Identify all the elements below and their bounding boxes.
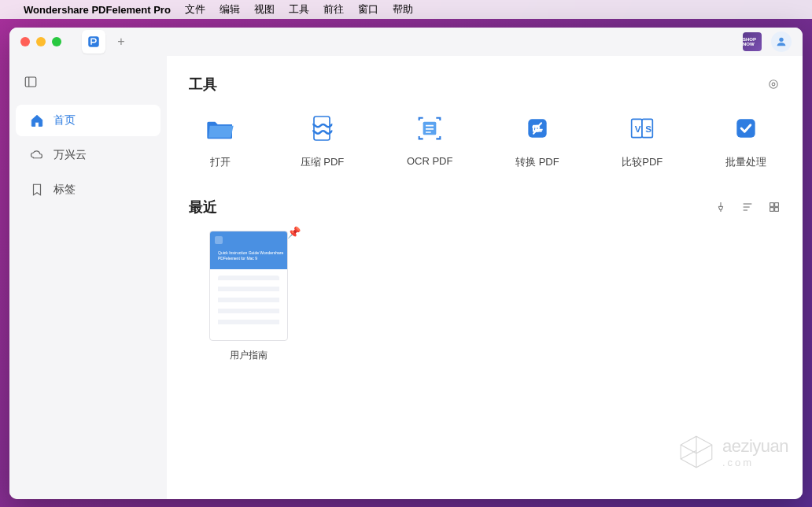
cloud-icon bbox=[30, 148, 44, 162]
watermark: aeziyuan .com bbox=[675, 428, 788, 476]
home-icon bbox=[30, 113, 44, 128]
user-avatar[interactable] bbox=[771, 31, 792, 52]
watermark-logo-icon bbox=[675, 428, 718, 476]
svg-rect-22 bbox=[770, 208, 774, 212]
compare-icon: VS bbox=[625, 111, 659, 146]
minimize-button[interactable] bbox=[36, 37, 46, 46]
tool-label: 打开 bbox=[210, 155, 231, 169]
svg-point-1 bbox=[779, 38, 783, 42]
menu-edit[interactable]: 编辑 bbox=[220, 2, 240, 17]
svg-text:S: S bbox=[645, 124, 651, 134]
recent-section-header: 最近 bbox=[189, 198, 781, 216]
svg-text:V: V bbox=[635, 124, 641, 134]
svg-rect-20 bbox=[770, 203, 774, 207]
traffic-lights bbox=[20, 37, 61, 46]
svg-rect-21 bbox=[775, 203, 779, 207]
bookmark-icon bbox=[30, 183, 44, 197]
menu-file[interactable]: 文件 bbox=[185, 2, 205, 17]
sidebar-item-home[interactable]: 首页 bbox=[16, 105, 161, 136]
svg-rect-16 bbox=[736, 119, 755, 137]
tab-strip: + bbox=[82, 30, 131, 54]
compress-icon bbox=[304, 111, 339, 146]
menu-window[interactable]: 窗口 bbox=[358, 2, 378, 17]
recent-title: 最近 bbox=[189, 198, 217, 216]
tool-label: 压缩 PDF bbox=[301, 155, 345, 169]
shop-now-badge[interactable]: SHOP NOW bbox=[743, 32, 762, 51]
watermark-text: aeziyuan .com bbox=[722, 436, 788, 468]
document-thumbnail: Quick Instruction Guide Wondershare PDFe… bbox=[209, 231, 288, 341]
svg-rect-23 bbox=[775, 208, 779, 212]
sidebar-item-label: 首页 bbox=[54, 113, 76, 128]
user-icon bbox=[775, 35, 788, 48]
recent-document[interactable]: 📌 Quick Instruction Guide Wondershare PD… bbox=[206, 231, 291, 362]
folder-open-icon bbox=[203, 111, 238, 146]
tool-convert[interactable]: 转换 PDF bbox=[515, 111, 559, 169]
tool-open[interactable]: 打开 bbox=[203, 111, 238, 169]
tool-label: 转换 PDF bbox=[515, 155, 559, 169]
grid-view-icon[interactable] bbox=[768, 201, 781, 213]
tool-label: OCR PDF bbox=[407, 155, 453, 167]
watermark-brand: aeziyuan bbox=[722, 436, 788, 456]
tools-settings-icon[interactable] bbox=[766, 77, 781, 91]
menu-view[interactable]: 视图 bbox=[254, 2, 275, 17]
tool-label: 批量处理 bbox=[725, 155, 766, 169]
sidebar-toggle-button[interactable] bbox=[9, 70, 167, 103]
thumb-title-text: Quick Instruction Guide Wondershare PDFe… bbox=[218, 250, 287, 261]
menu-help[interactable]: 帮助 bbox=[393, 2, 413, 17]
batch-icon bbox=[729, 111, 763, 146]
ocr-icon bbox=[412, 111, 447, 146]
tool-label: 比较PDF bbox=[622, 155, 663, 169]
svg-rect-11 bbox=[528, 119, 546, 137]
svg-rect-6 bbox=[314, 117, 330, 140]
watermark-suffix: .com bbox=[722, 457, 788, 468]
pin-icon[interactable]: 📌 bbox=[287, 226, 301, 239]
sidebar-item-bookmarks[interactable]: 标签 bbox=[16, 174, 161, 205]
main-content: 工具 打开 压缩 PDF OCR PDF bbox=[167, 28, 803, 499]
tools-title: 工具 bbox=[189, 75, 217, 94]
app-window: + SHOP NOW 首页 万兴云 标签 工具 bbox=[9, 28, 803, 499]
tool-batch[interactable]: 批量处理 bbox=[725, 111, 766, 169]
tools-grid: 打开 压缩 PDF OCR PDF 转换 PDF bbox=[189, 108, 781, 193]
pdfelement-logo-icon bbox=[87, 35, 101, 49]
sidebar-item-label: 万兴云 bbox=[54, 148, 87, 162]
sort-icon[interactable] bbox=[741, 201, 754, 213]
maximize-button[interactable] bbox=[52, 37, 61, 46]
sidebar-collapse-icon bbox=[24, 75, 38, 89]
pin-filter-icon[interactable] bbox=[714, 201, 727, 213]
home-tab[interactable] bbox=[82, 30, 105, 54]
convert-icon bbox=[520, 111, 555, 146]
svg-rect-2 bbox=[25, 77, 36, 87]
tool-compare[interactable]: VS 比较PDF bbox=[622, 111, 663, 169]
svg-point-4 bbox=[770, 80, 778, 89]
tool-ocr[interactable]: OCR PDF bbox=[407, 111, 453, 169]
recent-documents-grid: 📌 Quick Instruction Guide Wondershare PD… bbox=[189, 231, 781, 362]
menu-tools[interactable]: 工具 bbox=[289, 2, 309, 17]
add-tab-button[interactable]: + bbox=[112, 32, 131, 51]
recent-view-controls bbox=[714, 201, 781, 213]
sidebar-item-cloud[interactable]: 万兴云 bbox=[16, 139, 161, 171]
document-name: 用户指南 bbox=[230, 349, 268, 362]
tools-section-header: 工具 bbox=[189, 75, 781, 94]
menu-go[interactable]: 前往 bbox=[323, 2, 344, 17]
system-menubar: Wondershare PDFelement Pro 文件 编辑 视图 工具 前… bbox=[0, 0, 812, 19]
menubar-app-name[interactable]: Wondershare PDFelement Pro bbox=[24, 4, 171, 16]
sidebar: 首页 万兴云 标签 bbox=[9, 28, 167, 499]
sidebar-item-label: 标签 bbox=[54, 183, 76, 197]
close-button[interactable] bbox=[20, 37, 30, 46]
window-titlebar: + SHOP NOW bbox=[9, 28, 803, 56]
tool-compress[interactable]: 压缩 PDF bbox=[301, 111, 345, 169]
svg-point-5 bbox=[772, 83, 775, 86]
